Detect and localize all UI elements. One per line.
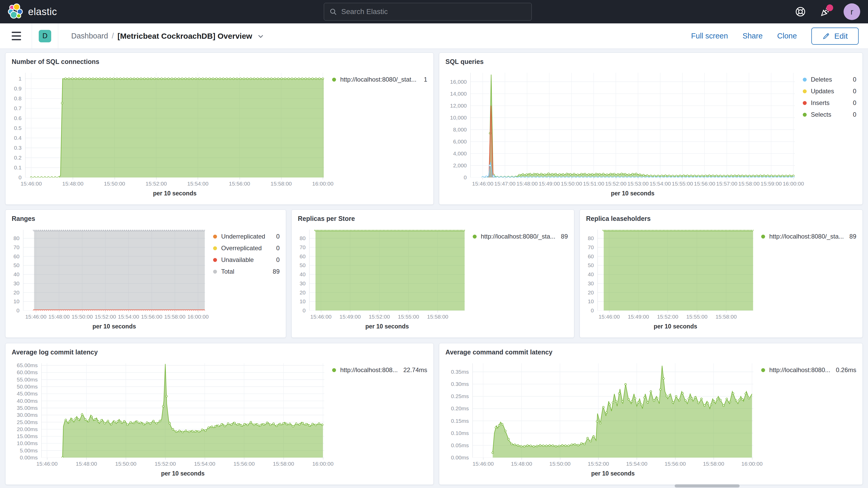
panel-title: Ranges xyxy=(5,210,286,223)
legend-item[interactable]: Total89 xyxy=(213,268,280,275)
x-tick-label: 15:48:00 xyxy=(511,461,532,467)
x-tick-label: 15:53:00 xyxy=(627,181,649,187)
legend-label: http://localhost:8080/_sta... xyxy=(481,233,555,240)
x-tick-label: 15:49:00 xyxy=(628,314,649,320)
user-avatar[interactable]: r xyxy=(844,3,860,20)
space-switcher[interactable]: D xyxy=(39,30,51,42)
panel-title: Average command commit latency xyxy=(439,343,863,357)
x-tick-label: 15:52:00 xyxy=(369,314,390,320)
x-tick-label: 15:52:00 xyxy=(588,461,609,467)
elastic-brand: elastic xyxy=(0,3,312,20)
chart-plot-area[interactable] xyxy=(309,230,465,310)
legend-item[interactable]: Unavailable0 xyxy=(213,256,280,264)
news-button[interactable] xyxy=(818,5,832,19)
legend-item[interactable]: http://localhost:8080/_stat...1 xyxy=(332,76,427,83)
x-tick-mark xyxy=(571,178,572,180)
legend-item[interactable]: http://localhost:8080/_sta...89 xyxy=(761,233,856,240)
legend-value: 89 xyxy=(849,233,856,240)
edit-button[interactable]: Edit xyxy=(811,28,859,45)
y-tick-label: 55.00ms xyxy=(17,376,38,383)
chart-plot-area[interactable] xyxy=(41,363,324,458)
global-search[interactable] xyxy=(324,3,532,21)
y-tick-label: 0.10ms xyxy=(451,430,469,436)
legend-item[interactable]: Underreplicated0 xyxy=(213,233,280,240)
legend-label: Inserts xyxy=(811,99,830,106)
chart-plot-area[interactable] xyxy=(23,230,205,310)
x-tick-label: 15:46:00 xyxy=(310,314,332,320)
legend-item[interactable]: Deletes0 xyxy=(803,76,856,83)
breadcrumb-dashboard-link[interactable]: Dashboard xyxy=(71,32,108,40)
y-tick-label: 50 xyxy=(300,262,306,268)
chevron-down-icon[interactable] xyxy=(257,33,264,39)
y-tick-label: 40 xyxy=(300,271,306,277)
legend-item[interactable]: http://localhost:808...22.74ms xyxy=(332,366,427,374)
menu-button[interactable] xyxy=(8,28,25,45)
search-input[interactable] xyxy=(341,7,526,16)
x-tick-mark xyxy=(522,458,522,460)
x-tick-mark xyxy=(560,458,560,460)
y-tick-label: 40.00ms xyxy=(17,398,38,404)
y-tick-label: 20 xyxy=(13,289,20,296)
clone-button[interactable]: Clone xyxy=(777,32,797,40)
y-tick-label: 70 xyxy=(588,244,594,250)
legend-item[interactable]: Selects0 xyxy=(803,111,856,118)
x-tick-mark xyxy=(175,310,175,313)
y-tick-label: 16,000 xyxy=(450,79,467,85)
legend-label: http://localhost:808... xyxy=(340,366,398,374)
horizontal-scrollbar-thumb[interactable] xyxy=(675,484,740,487)
y-axis: 10.90.80.70.60.50.40.30.20.10 xyxy=(8,73,25,178)
legend-item[interactable]: Overreplicated0 xyxy=(213,245,280,252)
y-tick-label: 20.00ms xyxy=(17,426,38,432)
legend-label: Selects xyxy=(811,111,831,118)
legend-series-dot-icon xyxy=(803,101,807,105)
x-tick-mark xyxy=(408,310,409,313)
x-tick-label: 15:54:00 xyxy=(118,314,139,320)
x-tick-label: 16:00:00 xyxy=(187,314,209,320)
help-button[interactable] xyxy=(794,5,807,19)
legend-value: 0 xyxy=(276,256,280,264)
legend-value: 0 xyxy=(853,99,856,106)
x-tick-mark xyxy=(714,458,714,460)
chart-plot-area[interactable] xyxy=(470,73,795,178)
x-tick-mark xyxy=(483,458,484,460)
x-tick-label: 15:58:00 xyxy=(703,461,724,467)
brand-name: elastic xyxy=(28,6,57,18)
y-tick-label: 80 xyxy=(300,235,306,241)
share-button[interactable]: Share xyxy=(742,32,763,40)
chart-plot-area[interactable] xyxy=(25,73,324,178)
legend-item[interactable]: Updates0 xyxy=(803,88,856,95)
legend-item[interactable]: http://localhost:8080/_sta...89 xyxy=(473,233,568,240)
x-tick-mark xyxy=(36,310,36,313)
x-axis: 15:46:0015:48:0015:50:0015:52:0015:54:00… xyxy=(25,178,324,189)
x-tick-label: 15:59:00 xyxy=(761,181,782,187)
y-tick-label: 0.35ms xyxy=(451,369,469,375)
x-tick-label: 15:56:00 xyxy=(664,461,686,467)
breadcrumb-separator: / xyxy=(112,32,114,40)
x-tick-label: 15:54:00 xyxy=(626,461,647,467)
full-screen-button[interactable]: Full screen xyxy=(691,32,728,40)
x-tick-mark xyxy=(323,178,323,180)
chart-plot-area[interactable] xyxy=(597,230,753,310)
x-tick-label: 15:50:00 xyxy=(549,461,571,467)
x-tick-label: 15:58:00 xyxy=(271,181,292,187)
legend-series-dot-icon xyxy=(213,258,217,262)
chart-plot-area[interactable] xyxy=(472,363,753,458)
y-tick-label: 40 xyxy=(13,271,20,277)
y-tick-label: 0.1 xyxy=(14,164,22,171)
x-tick-label: 15:46:00 xyxy=(472,461,494,467)
x-axis-label: per 10 seconds xyxy=(41,469,324,480)
y-axis: 65.00ms60.00ms55.00ms50.00ms45.00ms40.00… xyxy=(8,363,41,458)
x-tick-mark xyxy=(668,310,668,313)
x-tick-label: 15:50:00 xyxy=(561,181,582,187)
x-tick-mark xyxy=(527,178,527,180)
x-tick-mark xyxy=(639,310,639,313)
x-tick-mark xyxy=(73,178,73,180)
y-tick-label: 15.00ms xyxy=(17,433,38,439)
legend-item[interactable]: Inserts0 xyxy=(803,99,856,106)
y-tick-label: 60.00ms xyxy=(17,369,38,375)
separator xyxy=(58,23,58,49)
y-tick-label: 60 xyxy=(13,253,20,260)
legend-series-dot-icon xyxy=(803,78,807,82)
legend-series-dot-icon xyxy=(332,368,336,372)
legend-item[interactable]: http://localhost:8080...0.26ms xyxy=(761,366,856,374)
